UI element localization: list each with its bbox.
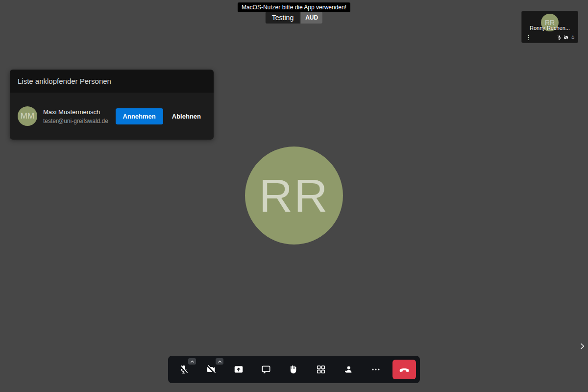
chat-icon bbox=[261, 364, 271, 375]
chat-button[interactable] bbox=[254, 358, 278, 381]
microphone-mute-button[interactable] bbox=[172, 358, 196, 381]
camera-muted-icon bbox=[206, 364, 217, 375]
moderator-star-icon: ☆ bbox=[570, 35, 575, 40]
microphone-muted-icon bbox=[178, 364, 189, 375]
hangup-button[interactable] bbox=[392, 360, 416, 379]
remote-display-name: Ronny Rechen... bbox=[525, 25, 575, 31]
hangup-icon bbox=[398, 364, 410, 375]
chevron-up-icon bbox=[218, 360, 222, 363]
participants-button[interactable] bbox=[337, 358, 360, 381]
more-actions-button[interactable] bbox=[364, 358, 388, 381]
thumbnail-menu-icon[interactable]: ⋮ bbox=[524, 34, 533, 41]
lobby-panel: Liste anklopfender Personen MM Maxi Must… bbox=[10, 70, 214, 140]
lobby-avatar-initials: MM bbox=[21, 111, 34, 121]
subject-bar: Testing AUD bbox=[266, 12, 322, 24]
tile-view-button[interactable] bbox=[309, 358, 333, 381]
lobby-participant-name: Maxi Mustermensch bbox=[43, 108, 116, 116]
meeting-subject: Testing bbox=[266, 12, 300, 24]
filmstrip-toggle-button[interactable] bbox=[577, 341, 587, 351]
camera-muted-indicator-icon bbox=[564, 35, 569, 40]
screen-share-icon bbox=[233, 364, 244, 375]
mic-muted-indicator-icon bbox=[557, 35, 562, 40]
chevron-right-icon bbox=[579, 343, 586, 350]
accept-button[interactable]: Annehmen bbox=[116, 108, 163, 124]
participants-icon bbox=[343, 364, 354, 375]
toolbar bbox=[168, 356, 420, 383]
chevron-up-icon bbox=[190, 360, 195, 363]
stage-avatar-initials: RR bbox=[259, 169, 329, 222]
raise-hand-button[interactable] bbox=[282, 358, 305, 381]
stage-participant-avatar: RR bbox=[245, 147, 343, 245]
thumbnail-indicators: ☆ bbox=[557, 35, 575, 40]
lobby-panel-title: Liste anklopfender Personen bbox=[10, 70, 214, 93]
thumbnail-status-row: ⋮ ☆ bbox=[524, 34, 575, 41]
video-settings-toggle[interactable] bbox=[216, 358, 223, 365]
meeting-window: MacOS-Nutzer bitte die App verwenden! Te… bbox=[0, 0, 588, 392]
macos-app-notice: MacOS-Nutzer bitte die App verwenden! bbox=[238, 2, 350, 12]
lobby-participant-avatar: MM bbox=[18, 106, 37, 126]
more-actions-icon bbox=[370, 364, 381, 375]
reject-button[interactable]: Ablehnen bbox=[167, 108, 206, 124]
lobby-participant-email: tester@uni-greifswald.de bbox=[43, 118, 116, 124]
subject-badge: AUD bbox=[301, 12, 322, 24]
lobby-participant-info: Maxi Mustermensch tester@uni-greifswald.… bbox=[43, 108, 116, 124]
screen-share-button[interactable] bbox=[227, 358, 250, 381]
raise-hand-icon bbox=[288, 364, 299, 375]
lobby-participant-row: MM Maxi Mustermensch tester@uni-greifswa… bbox=[10, 93, 214, 140]
tile-view-icon bbox=[316, 364, 326, 375]
audio-settings-toggle[interactable] bbox=[188, 358, 196, 365]
remote-participant-thumbnail[interactable]: RR Ronny Rechen... ⋮ ☆ bbox=[521, 11, 578, 43]
camera-mute-button[interactable] bbox=[199, 358, 223, 381]
